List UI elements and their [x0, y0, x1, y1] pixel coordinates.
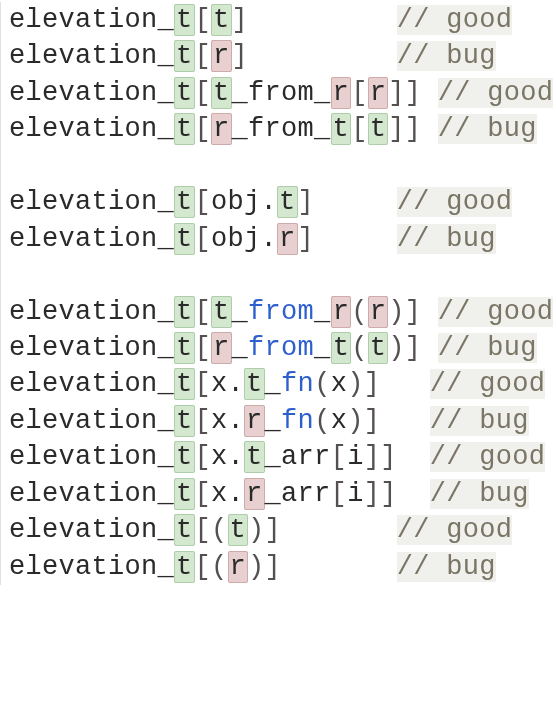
token: t [331, 113, 352, 145]
token: [( [195, 515, 228, 545]
token: elevation_ [9, 479, 174, 509]
token: t [174, 40, 195, 72]
token: r [211, 332, 232, 364]
token: t [174, 186, 195, 218]
token: ] [232, 5, 249, 35]
token: [ [195, 41, 212, 71]
token [421, 333, 438, 363]
token: _arr [265, 479, 331, 509]
token: [ [195, 297, 212, 327]
token: ]] [388, 114, 421, 144]
token: ( [351, 333, 368, 363]
token [421, 78, 438, 108]
token: t [174, 77, 195, 109]
token: [ [195, 479, 212, 509]
token: x. [211, 479, 244, 509]
token: _ [232, 333, 249, 363]
token: [ [331, 479, 348, 509]
code-line: elevation_t[r_from_t(t)] // bug [0, 330, 556, 366]
token: x [331, 369, 348, 399]
token: // good [438, 297, 554, 327]
token: )] [347, 406, 380, 436]
code-line: elevation_t[obj.r] // bug [0, 221, 556, 257]
token: t [174, 332, 195, 364]
token [380, 406, 430, 436]
token [397, 442, 430, 472]
token: t [211, 4, 232, 36]
token: _ [314, 333, 331, 363]
token: )] [347, 369, 380, 399]
token: [ [351, 114, 368, 144]
token: x. [211, 369, 244, 399]
token: t [244, 441, 265, 473]
token: // good [397, 5, 513, 35]
token: fn [281, 406, 314, 436]
token: r [244, 405, 265, 437]
token: )] [248, 515, 281, 545]
token: [ [195, 114, 212, 144]
token: _ [314, 297, 331, 327]
token: _ [265, 406, 282, 436]
token: t [331, 332, 352, 364]
token [314, 187, 397, 217]
token: _ [232, 297, 249, 327]
code-line: elevation_t[x.r_fn(x)] // bug [0, 403, 556, 439]
token: obj. [211, 224, 277, 254]
token [281, 552, 397, 582]
code-line: elevation_t[t_from_r[r]] // good [0, 75, 556, 111]
token: from [248, 297, 314, 327]
token: t [174, 4, 195, 36]
token: elevation_ [9, 515, 174, 545]
token: t [228, 514, 249, 546]
token: ( [314, 369, 331, 399]
token: // bug [397, 41, 496, 71]
token: ]] [364, 479, 397, 509]
token [380, 369, 430, 399]
token: elevation_ [9, 552, 174, 582]
token: elevation_ [9, 5, 174, 35]
token: _arr [265, 442, 331, 472]
token: x. [211, 442, 244, 472]
token: elevation_ [9, 297, 174, 327]
code-line: elevation_t[t] // good [0, 2, 556, 38]
token: _ [265, 369, 282, 399]
token: elevation_ [9, 442, 174, 472]
token: // bug [438, 333, 537, 363]
token: [ [195, 406, 212, 436]
blank-line [0, 257, 556, 293]
token: // good [430, 442, 546, 472]
token: r [244, 478, 265, 510]
token: _from_ [232, 78, 331, 108]
code-line: elevation_t[x.t_fn(x)] // good [0, 366, 556, 402]
token: t [211, 77, 232, 109]
token: t [174, 441, 195, 473]
token: [ [195, 224, 212, 254]
code-line: elevation_t[obj.t] // good [0, 184, 556, 220]
token: t [174, 296, 195, 328]
token: r [368, 296, 389, 328]
token: ( [314, 406, 331, 436]
code-line: elevation_t[x.r_arr[i]] // bug [0, 476, 556, 512]
token: [ [351, 78, 368, 108]
token: )] [248, 552, 281, 582]
token: elevation_ [9, 406, 174, 436]
token: r [368, 77, 389, 109]
token: _from_ [232, 114, 331, 144]
token: r [331, 296, 352, 328]
token: x [331, 406, 348, 436]
token: elevation_ [9, 41, 174, 71]
token: i [347, 479, 364, 509]
token [248, 5, 397, 35]
token: t [174, 405, 195, 437]
token: ] [298, 224, 315, 254]
token: r [331, 77, 352, 109]
token [421, 114, 438, 144]
code-line: elevation_t[r_from_t[t]] // bug [0, 111, 556, 147]
token: ( [351, 297, 368, 327]
token: t [174, 113, 195, 145]
token: elevation_ [9, 114, 174, 144]
token: obj. [211, 187, 277, 217]
token: t [211, 296, 232, 328]
token: ] [232, 41, 249, 71]
token: // bug [397, 224, 496, 254]
